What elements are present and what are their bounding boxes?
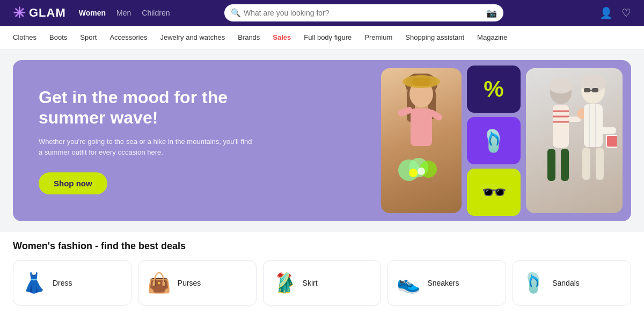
header-icons: 👤 ♡ — [599, 6, 631, 19]
percent-icon: % — [484, 76, 503, 102]
hero-icon-grid: % 🩴 🕶️ — [467, 66, 521, 216]
search-input[interactable] — [224, 4, 503, 21]
secondary-nav-brands[interactable]: Brands — [238, 33, 260, 41]
secondary-nav-shopping-assistant[interactable]: Shopping assistant — [405, 33, 464, 41]
hero-images: % 🩴 🕶️ — [291, 60, 631, 221]
wishlist-icon[interactable]: ♡ — [621, 6, 631, 19]
svg-rect-29 — [592, 88, 598, 92]
hero-description: Whether you're going to the sea or a hik… — [39, 136, 253, 157]
hero-section: Get in the mood for the summer wave! Whe… — [0, 49, 644, 232]
secondary-nav-sales[interactable]: Sales — [273, 33, 291, 41]
sandals-icon-card: 🩴 — [467, 117, 521, 164]
svg-rect-34 — [582, 148, 590, 180]
hero-woman-figure — [381, 68, 462, 213]
svg-rect-37 — [606, 135, 617, 147]
logo-star-icon: ✳ — [13, 4, 26, 22]
category-grid: 👗Dress👜Purses🥻Skirt👟Sneakers🩴Sandals — [13, 260, 631, 306]
category-card-purses[interactable]: 👜Purses — [138, 260, 257, 306]
sunglasses-icon: 🕶️ — [481, 180, 507, 204]
sandals-label: Sandals — [552, 279, 580, 287]
secondary-nav-accessories[interactable]: Accessories — [109, 33, 147, 41]
svg-rect-28 — [584, 88, 590, 92]
dress-label: Dress — [53, 279, 72, 287]
account-icon[interactable]: 👤 — [599, 6, 613, 19]
search-container: 🔍 📷 — [224, 4, 503, 21]
sneakers-icon: 👟 — [397, 272, 421, 294]
discount-icon-card: % — [467, 66, 521, 113]
sunglasses-icon-card: 🕶️ — [467, 169, 521, 216]
nav-link-men[interactable]: Men — [116, 9, 131, 17]
shop-now-button[interactable]: Shop now — [39, 172, 107, 194]
svg-point-15 — [418, 168, 425, 175]
purses-label: Purses — [178, 279, 201, 287]
secondary-nav-magazine[interactable]: Magazine — [477, 33, 507, 41]
skirt-label: Skirt — [303, 279, 318, 287]
skirt-icon: 🥻 — [272, 272, 296, 294]
hero-content: Get in the mood for the summer wave! Whe… — [39, 87, 253, 195]
logo[interactable]: ✳ GLAM — [13, 4, 66, 22]
header: ✳ GLAM WomenMenChildren 🔍 📷 👤 ♡ — [0, 0, 644, 26]
category-card-skirt[interactable]: 🥻Skirt — [263, 260, 382, 306]
svg-rect-36 — [600, 127, 616, 134]
svg-rect-7 — [412, 78, 430, 86]
svg-rect-31 — [584, 104, 603, 147]
search-icon: 🔍 — [231, 8, 241, 18]
hero-woman-image — [381, 68, 462, 213]
nav-link-women[interactable]: Women — [79, 9, 106, 17]
nav-link-children[interactable]: Children — [142, 9, 170, 17]
logo-text: GLAM — [29, 6, 66, 20]
category-card-sandals[interactable]: 🩴Sandals — [513, 260, 631, 306]
secondary-nav-clothes[interactable]: Clothes — [13, 33, 36, 41]
svg-rect-22 — [547, 149, 555, 181]
purses-icon: 👜 — [147, 272, 171, 294]
svg-point-14 — [409, 169, 418, 177]
svg-point-17 — [549, 78, 573, 93]
category-card-dress[interactable]: 👗Dress — [13, 260, 131, 306]
main-nav: WomenMenChildren — [79, 8, 170, 18]
secondary-nav-jewelry-and-watches[interactable]: Jewelry and watches — [160, 33, 225, 41]
hero-group-image — [526, 68, 623, 213]
secondary-nav-sport[interactable]: Sport — [80, 33, 97, 41]
secondary-nav-boots[interactable]: Boots — [49, 33, 67, 41]
camera-icon[interactable]: 📷 — [486, 8, 497, 18]
sandals-icon: 🩴 — [522, 272, 546, 294]
sandals-icon: 🩴 — [480, 128, 507, 154]
secondary-nav-premium[interactable]: Premium — [364, 33, 392, 41]
section-title: Women's fashion - find the best deals — [13, 241, 631, 252]
hero-banner: Get in the mood for the summer wave! Whe… — [13, 60, 631, 221]
secondary-nav-full-body-figure[interactable]: Full body figure — [304, 33, 352, 41]
sneakers-label: Sneakers — [427, 279, 459, 287]
svg-rect-35 — [596, 148, 604, 180]
svg-rect-23 — [561, 149, 569, 181]
categories-section: Women's fashion - find the best deals 👗D… — [0, 232, 644, 314]
hero-title: Get in the mood for the summer wave! — [39, 87, 253, 128]
secondary-nav: ClothesBootsSportAccessoriesJewelry and … — [0, 26, 644, 49]
dress-icon: 👗 — [22, 272, 46, 294]
category-card-sneakers[interactable]: 👟Sneakers — [387, 260, 506, 306]
